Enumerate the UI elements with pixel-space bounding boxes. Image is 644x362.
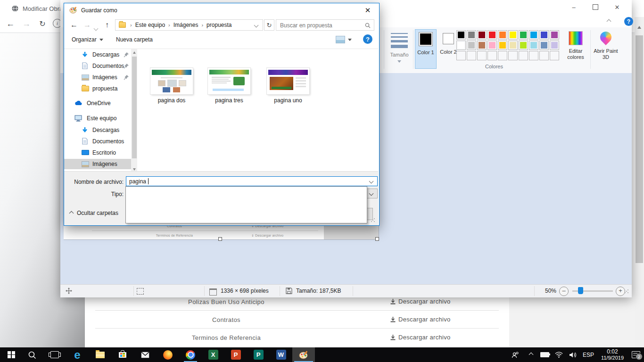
chrome-button[interactable] [179, 347, 202, 362]
edit-colors-button[interactable]: Editar colores [563, 29, 588, 69]
sidebar-item-documentos[interactable]: Documentos [64, 61, 131, 71]
organize-menu-button[interactable]: Organizar [72, 36, 103, 43]
palette-empty-slot[interactable] [539, 51, 549, 60]
palette-swatch[interactable] [477, 30, 487, 40]
autocomplete-dropdown[interactable] [125, 186, 367, 223]
close-button[interactable]: ✕ [606, 0, 628, 14]
excel-button[interactable]: X [202, 347, 224, 362]
language-button[interactable]: ESP [580, 347, 597, 362]
mail-button[interactable] [134, 347, 157, 362]
sidebar-item-este-equipo[interactable]: Este equipo [64, 113, 131, 123]
palette-swatch[interactable] [467, 41, 476, 50]
sidebar-item-documentos-2[interactable]: Documentos [64, 136, 131, 147]
scrollbar-up-arrow[interactable] [635, 24, 644, 31]
ribbon-collapse-button[interactable] [603, 17, 614, 25]
breadcrumb-dropdown-icon[interactable] [254, 23, 259, 28]
palette-empty-slot[interactable] [498, 51, 507, 60]
browser-forward-button[interactable]: → [20, 17, 33, 30]
palette-empty-slot[interactable] [487, 51, 497, 60]
palette-swatch[interactable] [487, 30, 497, 40]
palette-swatch[interactable] [519, 41, 528, 50]
palette-empty-slot[interactable] [477, 51, 487, 60]
browser-scrollbar[interactable] [635, 17, 644, 347]
palette-swatch[interactable] [539, 30, 549, 40]
task-view-button[interactable] [43, 347, 66, 362]
palette-swatch[interactable] [529, 41, 538, 50]
canvas-resize-handle-corner[interactable] [375, 237, 379, 241]
store-button[interactable] [111, 347, 134, 362]
palette-swatch[interactable] [456, 41, 466, 50]
breadcrumb-item[interactable]: Este equipo [135, 22, 165, 28]
recent-locations-arrow[interactable] [94, 24, 98, 32]
breadcrumb-item[interactable]: Imágenes [173, 22, 198, 28]
file-item-pagina-tres[interactable]: pagina tres [201, 68, 257, 110]
palette-swatch[interactable] [456, 30, 466, 40]
dialog-titlebar[interactable]: Guardar como ✕ [64, 3, 378, 17]
canvas-resize-handle-bottom[interactable] [218, 237, 222, 241]
palette-empty-slot[interactable] [519, 51, 528, 60]
download-link[interactable]: Descargar archivo [390, 316, 451, 323]
palette-swatch[interactable] [539, 41, 549, 50]
download-link[interactable]: Descargar archivo [390, 298, 451, 305]
hide-folders-button[interactable]: Ocultar carpetas [70, 210, 118, 216]
window-resize-grip[interactable] [624, 289, 629, 294]
sidebar-item-escritorio[interactable]: Escritorio [64, 148, 131, 158]
palette-swatch[interactable] [498, 41, 507, 50]
taskbar-search-button[interactable] [21, 347, 43, 362]
palette-swatch[interactable] [529, 30, 538, 40]
tray-expand-button[interactable] [524, 347, 537, 362]
palette-swatch[interactable] [550, 41, 559, 50]
color1-button[interactable]: Color 1 [415, 29, 437, 69]
scrollbar-thumb[interactable] [636, 35, 643, 263]
paint-help-button[interactable]: ? [624, 17, 633, 26]
sidebar-item-onedrive[interactable]: OneDrive [64, 98, 131, 108]
address-refresh-button[interactable]: ↻ [264, 19, 274, 31]
palette-swatch[interactable] [550, 30, 559, 40]
maximize-button[interactable] [585, 0, 606, 14]
dialog-forward-button[interactable]: → [81, 19, 93, 31]
palette-swatch[interactable] [519, 30, 528, 40]
dialog-close-button[interactable]: ✕ [357, 3, 378, 17]
palette-empty-slot[interactable] [550, 51, 559, 60]
palette-empty-slot[interactable] [456, 51, 466, 60]
wifi-button[interactable] [552, 347, 566, 362]
breadcrumb-item[interactable]: propuesta [206, 22, 231, 28]
search-input[interactable] [279, 21, 361, 30]
search-box[interactable] [276, 19, 374, 31]
palette-swatch[interactable] [477, 41, 487, 50]
palette-swatch[interactable] [498, 30, 507, 40]
start-button[interactable] [0, 347, 23, 362]
people-button[interactable] [507, 347, 523, 362]
palette-swatch[interactable] [487, 41, 497, 50]
scrollbar-thumb[interactable] [132, 57, 137, 158]
powerpoint-button[interactable]: P [224, 347, 247, 362]
file-item-pagina-uno[interactable]: pagina uno [260, 68, 316, 110]
sidebar-item-imagenes-2[interactable]: Imágenes [64, 159, 131, 169]
browser-refresh-button[interactable]: ↻ [36, 17, 49, 30]
sidebar-item-imagenes[interactable]: Imágenes [64, 72, 131, 82]
action-center-button[interactable]: 2 [628, 347, 644, 362]
download-link[interactable]: Descargar archivo [390, 334, 451, 341]
file-explorer-button[interactable] [89, 347, 111, 362]
up-one-level-button[interactable]: ↑ [101, 19, 113, 31]
filename-dropdown-icon[interactable] [369, 179, 374, 184]
palette-swatch[interactable] [467, 30, 476, 40]
dialog-help-button[interactable]: ? [363, 34, 372, 44]
breadcrumb[interactable]: › Este equipo › Imágenes › propuesta [115, 19, 263, 31]
minimize-button[interactable]: – [563, 0, 585, 14]
firefox-button[interactable] [157, 347, 179, 362]
sidebar-item-propuesta[interactable]: propuesta [64, 83, 131, 94]
sidebar-item-descargas-2[interactable]: Descargas [64, 125, 131, 135]
publisher-button[interactable]: P [247, 347, 270, 362]
palette-empty-slot[interactable] [529, 51, 538, 60]
word-button[interactable]: W [270, 347, 292, 362]
scrollbar-up-arrow[interactable] [131, 49, 137, 56]
file-item-pagina-dos[interactable]: pagina dos [143, 68, 200, 110]
size-button[interactable]: Tamaño [387, 29, 412, 69]
filename-input[interactable]: pagina [126, 176, 378, 186]
palette-empty-slot[interactable] [467, 51, 476, 60]
palette-empty-slot[interactable] [508, 51, 518, 60]
paint-button[interactable] [292, 347, 315, 362]
dialog-back-button[interactable]: ← [68, 19, 80, 31]
view-mode-button[interactable] [336, 36, 352, 43]
